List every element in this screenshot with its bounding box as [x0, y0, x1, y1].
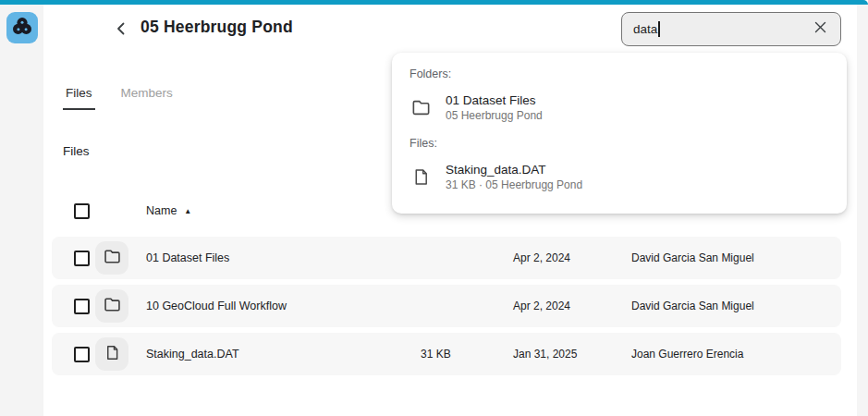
dropdown-section-label-folders: Folders: — [392, 62, 847, 84]
back-button[interactable] — [109, 18, 133, 43]
page-title: 05 Heerbrugg Pond — [141, 18, 293, 37]
geocloud-logo-icon — [11, 15, 33, 41]
table-row[interactable]: 01 Dataset Files Apr 2, 2024 David Garci… — [52, 237, 841, 279]
row-checkbox[interactable] — [74, 251, 90, 266]
row-icon-chip — [95, 289, 128, 323]
text-caret — [658, 21, 660, 37]
main-content: 05 Heerbrugg Pond data Folders: 01 Datas… — [43, 5, 857, 416]
file-date: Apr 2, 2024 — [513, 300, 631, 312]
result-title: 01 Dataset Files — [446, 92, 543, 108]
clear-search-button[interactable] — [811, 20, 829, 39]
right-gutter — [857, 5, 868, 416]
dropdown-section-label-files: Files: — [392, 131, 847, 153]
files-section-title: Files — [63, 144, 90, 158]
table-row[interactable]: 10 GeoCloud Full Workflow Apr 2, 2024 Da… — [52, 285, 841, 327]
table-row[interactable]: Staking_data.DAT 31 KB Jan 31, 2025 Joan… — [52, 333, 841, 375]
folder-icon — [103, 295, 122, 318]
search-result-file[interactable]: Staking_data.DAT 31 KB · 05 Heerbrugg Po… — [392, 153, 847, 201]
column-label: Name — [146, 204, 177, 217]
folder-icon — [103, 247, 122, 270]
folder-icon — [410, 97, 432, 119]
file-icon — [410, 166, 432, 189]
file-name: 01 Dataset Files — [128, 251, 421, 264]
chevron-left-icon — [113, 20, 129, 41]
app-sidebar — [0, 5, 43, 416]
file-size: 31 KB — [421, 348, 513, 361]
file-icon — [104, 344, 121, 365]
tab-members[interactable]: Members — [118, 82, 176, 110]
row-icon-chip — [95, 337, 128, 371]
file-name: Staking_data.DAT — [128, 348, 421, 361]
column-header-name[interactable]: Name ▲ — [128, 204, 421, 217]
file-owner: David Garcia San Miguel — [631, 251, 841, 264]
select-all-checkbox[interactable] — [74, 203, 90, 219]
row-icon-chip — [95, 241, 128, 275]
accent-topbar — [0, 0, 868, 5]
result-subtitle: 31 KB · 05 Heerbrugg Pond — [446, 178, 582, 192]
file-owner: David Garcia San Miguel — [631, 300, 841, 312]
file-date: Jan 31, 2025 — [513, 348, 631, 361]
search-results-dropdown: Folders: 01 Dataset Files 05 Heerbrugg P… — [392, 53, 847, 214]
tab-bar: Files Members — [63, 82, 176, 110]
file-list: 01 Dataset Files Apr 2, 2024 David Garci… — [52, 237, 841, 381]
row-checkbox[interactable] — [74, 347, 90, 362]
row-checkbox[interactable] — [74, 299, 90, 314]
app-logo[interactable] — [6, 12, 38, 43]
tab-files[interactable]: Files — [63, 82, 95, 110]
file-name: 10 GeoCloud Full Workflow — [128, 300, 421, 312]
file-date: Apr 2, 2024 — [513, 251, 631, 264]
search-result-folder[interactable]: 01 Dataset Files 05 Heerbrugg Pond — [392, 84, 847, 131]
result-subtitle: 05 Heerbrugg Pond — [446, 109, 543, 123]
search-value: data — [633, 22, 657, 36]
close-icon — [813, 20, 827, 38]
file-owner: Joan Guerrero Erencia — [631, 348, 841, 361]
result-title: Staking_data.DAT — [446, 162, 582, 177]
search-input[interactable]: data — [621, 12, 841, 46]
sort-ascending-icon: ▲ — [184, 207, 191, 215]
